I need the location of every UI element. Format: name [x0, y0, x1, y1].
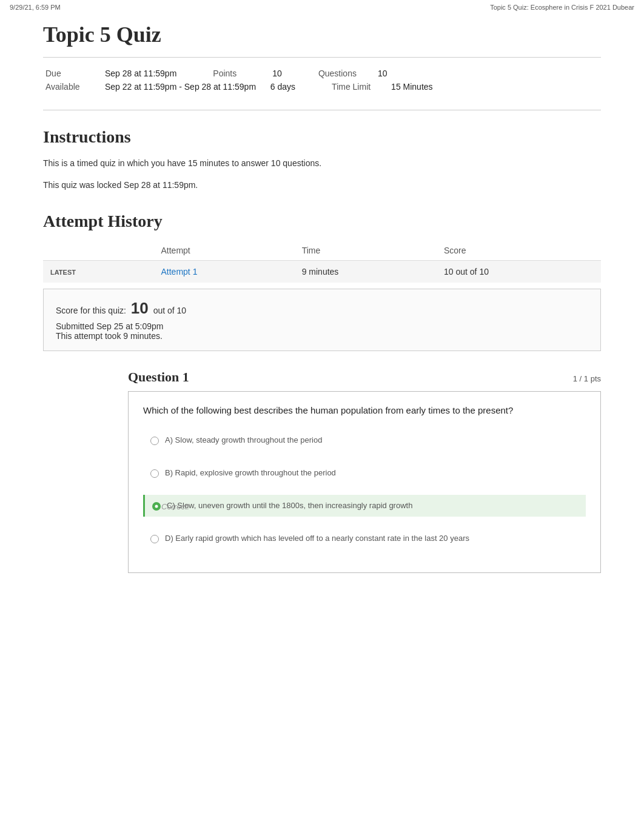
available-days: 6 days — [270, 82, 295, 92]
attempt-table: Attempt Time Score LATEST Attempt 1 9 mi… — [43, 241, 601, 283]
answer-option-a: A) Slow, steady growth throughout the pe… — [143, 429, 586, 451]
attempt-time: 9 minutes — [295, 260, 437, 283]
score-out-of: out of 10 — [153, 306, 187, 315]
col-score: Score — [437, 241, 601, 261]
time-limit-value: 15 Minutes — [391, 82, 432, 92]
col-attempt: Attempt — [154, 241, 295, 261]
radio-c — [152, 502, 161, 511]
time-limit-item: Time Limit 15 Minutes — [332, 82, 432, 92]
meta-divider — [43, 110, 601, 110]
answer-option-d: D) Early rapid growth which has leveled … — [143, 528, 586, 549]
meta-group-2: Available Sep 22 at 11:59pm - Sep 28 at … — [45, 82, 433, 92]
timestamp: 9/29/21, 6:59 PM — [10, 4, 61, 11]
radio-a — [150, 437, 159, 445]
correct-label: Correct! — [161, 502, 189, 511]
score-summary-score: Score for this quiz: 10 out of 10 — [56, 299, 588, 318]
instructions-text1: This is a timed quiz in which you have 1… — [43, 156, 601, 170]
score-submitted: Submitted Sep 25 at 5:09pm — [56, 321, 588, 331]
page-container: Topic 5 Quiz Due Sep 28 at 11:59pm Point… — [31, 22, 613, 597]
col-time: Time — [295, 241, 437, 261]
answer-a-text: A) Slow, steady growth throughout the pe… — [165, 435, 322, 444]
question-1-block: Question 1 1 / 1 pts Which of the follow… — [43, 369, 601, 574]
attempt-link[interactable]: Attempt 1 — [161, 267, 198, 277]
attempt-history-section: Attempt History Attempt Time Score LATES… — [43, 212, 601, 283]
meta-group-1: Due Sep 28 at 11:59pm Points 10 Question… — [45, 69, 387, 78]
available-value: Sep 22 at 11:59pm - Sep 28 at 11:59pm — [105, 82, 256, 92]
points-item: Points 10 — [213, 69, 282, 78]
meta-row-2: Available Sep 22 at 11:59pm - Sep 28 at … — [45, 82, 601, 92]
answer-c-text: C) Slow, uneven growth until the 1800s, … — [167, 501, 412, 510]
due-value: Sep 28 at 11:59pm — [105, 69, 176, 78]
question-1-content: Which of the following best describes th… — [128, 391, 601, 574]
score-duration: This attempt took 9 minutes. — [56, 331, 588, 341]
table-row: LATEST Attempt 1 9 minutes 10 out of 10 — [43, 260, 601, 283]
quiz-meta: Due Sep 28 at 11:59pm Points 10 Question… — [43, 62, 601, 105]
instructions-text2: This quiz was locked Sep 28 at 11:59pm. — [43, 178, 601, 192]
question-1-text: Which of the following best describes th… — [143, 404, 586, 418]
available-label: Available — [45, 82, 100, 92]
instructions-section: Instructions This is a timed quiz in whi… — [43, 127, 601, 192]
question-1-title: Question 1 — [128, 369, 189, 385]
page-title-bar: Topic 5 Quiz: Ecosphere in Crisis F 2021… — [490, 4, 634, 11]
quiz-title: Topic 5 Quiz — [43, 22, 601, 47]
due-item: Due Sep 28 at 11:59pm — [45, 69, 176, 78]
answer-option-c-wrapper: Correct! C) Slow, uneven growth until th… — [143, 495, 586, 517]
time-limit-label: Time Limit — [332, 82, 386, 92]
points-value: 10 — [272, 69, 282, 78]
meta-row-1: Due Sep 28 at 11:59pm Points 10 Question… — [45, 69, 601, 78]
score-label: Score for this quiz: — [56, 306, 126, 315]
browser-bar: 9/29/21, 6:59 PM Topic 5 Quiz: Ecosphere… — [0, 0, 644, 15]
radio-d — [150, 535, 159, 543]
latest-badge: LATEST — [50, 269, 76, 276]
points-label: Points — [213, 69, 267, 78]
score-big: 10 — [131, 299, 149, 317]
instructions-title: Instructions — [43, 127, 601, 147]
col-blank — [43, 241, 154, 261]
score-summary-box: Score for this quiz: 10 out of 10 Submit… — [43, 289, 601, 351]
radio-b — [150, 469, 159, 478]
attempt-history-title: Attempt History — [43, 212, 601, 231]
available-item: Available Sep 22 at 11:59pm - Sep 28 at … — [45, 82, 295, 92]
attempt-score: 10 out of 10 — [437, 260, 601, 283]
question-1-header: Question 1 1 / 1 pts — [128, 369, 601, 385]
table-header-row: Attempt Time Score — [43, 241, 601, 261]
answer-d-text: D) Early rapid growth which has leveled … — [165, 534, 469, 543]
due-label: Due — [45, 69, 100, 78]
answer-option-c: C) Slow, uneven growth until the 1800s, … — [143, 495, 586, 517]
answer-option-b: B) Rapid, explosive growth throughout th… — [143, 462, 586, 484]
questions-value: 10 — [378, 69, 387, 78]
answer-b-text: B) Rapid, explosive growth throughout th… — [165, 468, 336, 477]
title-divider — [43, 57, 601, 58]
question-1-pts: 1 / 1 pts — [573, 374, 601, 383]
questions-item: Questions 10 — [318, 69, 387, 78]
questions-label: Questions — [318, 69, 373, 78]
